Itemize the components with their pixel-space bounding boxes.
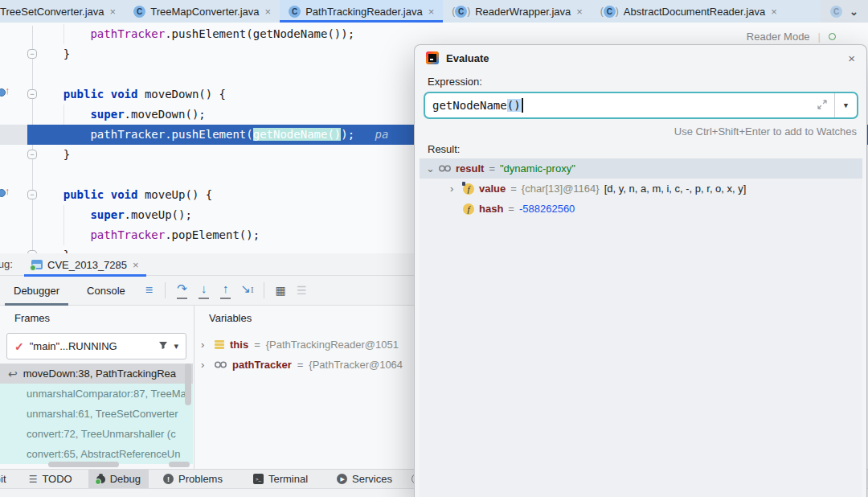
tab-treesetconverter[interactable]: TreeSetConverter.java × xyxy=(0,0,125,23)
tab-debugger[interactable]: Debugger xyxy=(0,276,73,306)
return-arrow-icon: ↩ xyxy=(8,368,18,380)
tab-abstractdocumentreader[interactable]: C AbstractDocumentReader.java × xyxy=(592,0,786,23)
debug-console-icon xyxy=(31,260,43,269)
tab-readerwrapper[interactable]: C ReaderWrapper.java × xyxy=(443,0,592,23)
tab-console[interactable]: Console xyxy=(73,276,139,306)
ide-window: TreeSetConverter.java × C TreeMapConvert… xyxy=(0,0,868,497)
history-dropdown-icon[interactable]: ▼ xyxy=(835,101,857,109)
result-tree: ⌄ result = "dynamic-proxy" › f value = {… xyxy=(420,158,862,497)
class-icon: C xyxy=(133,6,145,18)
frame-row[interactable]: ↩ moveDown:38, PathTrackingRea xyxy=(0,364,193,384)
toolbar-item-services[interactable]: ▶ Services xyxy=(329,470,400,489)
close-icon[interactable]: × xyxy=(576,6,583,18)
chevron-right-icon[interactable]: › xyxy=(450,183,458,195)
class-icon: C xyxy=(289,6,301,18)
chevron-down-icon[interactable]: ⌄ xyxy=(426,162,434,175)
layout-options-icon[interactable]: ≡ xyxy=(145,283,153,298)
variable-row[interactable]: › pathTracker = {PathTracker@1064 xyxy=(194,355,414,375)
chevron-right-icon[interactable]: › xyxy=(201,359,209,371)
chevron-down-icon[interactable]: ▾ xyxy=(174,341,178,351)
watches-hint: Use Ctrl+Shift+Enter to add to Watches xyxy=(674,125,857,138)
frame-row[interactable]: unmarshalComparator:87, TreeMa xyxy=(0,384,193,404)
result-label: Result: xyxy=(428,143,460,155)
hidden-tabs-area: C ⌄ xyxy=(821,0,868,23)
toolbar-item-todo[interactable]: ☰ TODO xyxy=(21,470,80,489)
toolbar-item-terminal[interactable]: >_ Terminal xyxy=(245,470,316,489)
run-to-cursor-icon[interactable]: ↘I xyxy=(236,281,258,300)
toolbar-item-problems[interactable]: ! Problems xyxy=(155,470,231,489)
variables-list: › this = {PathTrackingReader@1051 › path… xyxy=(194,335,414,375)
debug-window-label: Debug: xyxy=(0,258,13,270)
decompiled-class-icon: C xyxy=(600,6,619,18)
inline-debugger-hint: pa xyxy=(375,128,388,141)
horizontal-scrollbar[interactable] xyxy=(169,462,190,467)
fold-marker[interactable]: − xyxy=(27,49,37,59)
variable-row[interactable]: › this = {PathTrackingReader@1051 xyxy=(194,335,414,355)
frames-panel: Frames ✓ "main"...RUNNING ▾ ↩ moveDown:3… xyxy=(0,306,193,469)
code-line: pathTracker.pushElement(getNodeName()); xyxy=(0,24,868,44)
overriding-method-gutter-icon[interactable]: ↑ xyxy=(0,87,14,98)
close-icon[interactable]: × xyxy=(428,6,435,18)
decompiled-class-icon: C xyxy=(452,6,470,18)
frame-row[interactable]: unmarshal:61, TreeSetConverter xyxy=(0,404,193,424)
debugger-toolbar: Debugger Console ≡ ↷ ↓ ↑ ↘I ▦ ☰ xyxy=(0,276,414,306)
mute-breakpoints-icon[interactable]: ☰ xyxy=(291,284,312,297)
chevron-right-icon[interactable]: › xyxy=(201,339,209,351)
expression-input[interactable]: getNodeName() ▼ xyxy=(424,92,858,119)
step-into-icon[interactable]: ↓ xyxy=(193,281,215,300)
close-icon[interactable]: × xyxy=(265,6,272,18)
frames-header: Frames xyxy=(14,312,50,324)
horizontal-scrollbar[interactable] xyxy=(48,462,119,467)
vertical-scrollbar[interactable] xyxy=(185,364,191,405)
thread-label: "main"...RUNNING xyxy=(30,340,117,352)
overriding-method-gutter-icon[interactable]: ↑ xyxy=(0,187,14,199)
step-out-icon[interactable]: ↑ xyxy=(215,281,236,300)
evaluate-expression-icon[interactable]: ▦ xyxy=(270,284,291,297)
filter-icon[interactable] xyxy=(158,340,168,352)
result-row[interactable]: ⌄ result = "dynamic-proxy" xyxy=(420,158,862,179)
chevron-down-icon[interactable]: ⌄ xyxy=(850,6,858,18)
field-icon: f xyxy=(463,183,474,195)
debugger-panels: Frames ✓ "main"...RUNNING ▾ ↩ moveDown:3… xyxy=(0,306,414,469)
close-icon[interactable]: × xyxy=(133,259,139,271)
variables-header: Variables xyxy=(209,312,252,324)
fold-marker[interactable]: − xyxy=(27,89,37,99)
tab-treemapconverter[interactable]: C TreeMapConverter.java × xyxy=(125,0,280,23)
object-icon xyxy=(439,165,451,172)
terminal-icon: >_ xyxy=(253,474,264,484)
tab-label: TreeMapConverter.java xyxy=(150,6,259,18)
step-over-icon[interactable]: ↷ xyxy=(171,281,193,300)
toolbar-item-git[interactable]: Git xyxy=(0,470,10,489)
close-icon[interactable]: × xyxy=(771,6,777,18)
reader-mode-banner[interactable]: Reader Mode | xyxy=(747,31,836,43)
expression-text: getNodeName xyxy=(432,99,507,112)
tab-label: TreeSetConverter.java xyxy=(0,6,104,18)
frame-row[interactable]: convert:72, TreeUnmarshaller (c xyxy=(0,424,193,444)
divider xyxy=(165,282,166,298)
variables-panel: Variables › this = {PathTrackingReader@1… xyxy=(194,306,414,469)
fold-marker[interactable]: − xyxy=(27,150,37,159)
dialog-title-bar[interactable]: Evaluate × xyxy=(415,45,866,71)
settings-icon[interactable] xyxy=(829,33,836,40)
object-icon xyxy=(215,361,227,368)
reader-mode-label: Reader Mode xyxy=(747,31,810,43)
tab-label: AbstractDocumentReader.java xyxy=(624,6,765,18)
this-object-icon xyxy=(215,340,224,349)
thread-selector[interactable]: ✓ "main"...RUNNING ▾ xyxy=(6,333,186,359)
debug-tool-window: Debug: CVE_2013_7285 × Debugger Console … xyxy=(0,253,414,469)
tab-pathtrackingreader[interactable]: C PathTrackingReader.java × xyxy=(280,0,443,23)
close-icon[interactable]: × xyxy=(848,51,855,65)
text-caret xyxy=(522,98,523,113)
result-row[interactable]: › f value = {char[13]@1164} [d, y, n, a,… xyxy=(420,179,862,199)
expand-editor-icon[interactable] xyxy=(817,99,828,113)
debug-session-tab[interactable]: CVE_2013_7285 × xyxy=(24,253,146,276)
fold-marker[interactable]: − xyxy=(27,190,37,199)
toolbar-item-debug[interactable]: Debug xyxy=(88,470,149,489)
problems-icon: ! xyxy=(163,474,174,484)
result-row[interactable]: f hash = -588262560 xyxy=(420,199,862,219)
frames-list: ↩ moveDown:38, PathTrackingRea unmarshal… xyxy=(0,364,193,464)
evaluated-expression-highlight: getNodeName() xyxy=(253,128,342,141)
close-icon[interactable]: × xyxy=(110,6,117,18)
tab-label: ReaderWrapper.java xyxy=(475,6,571,18)
thread-status-icon: ✓ xyxy=(14,340,24,353)
